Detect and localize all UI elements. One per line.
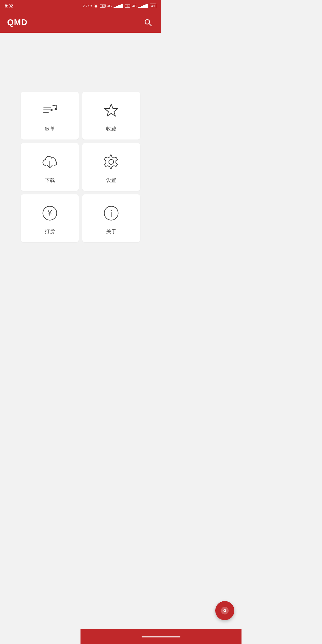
app-title: QMD xyxy=(7,18,27,27)
network-speed: 2.7K/s xyxy=(83,4,92,8)
playlist-label: 歌单 xyxy=(45,126,55,132)
search-button[interactable] xyxy=(142,16,154,28)
favorites-label: 收藏 xyxy=(106,126,116,132)
info-icon xyxy=(102,204,121,223)
app-bar: QMD xyxy=(0,12,161,33)
status-bar: 8:02 2.7K/s ⏰ HD 4G ▂▄▆█ HD 4G ▂▄▆█ 49 xyxy=(0,0,161,12)
grid-item-about[interactable]: 关于 xyxy=(82,194,140,242)
svg-text:¥: ¥ xyxy=(47,209,52,217)
download-label: 下载 xyxy=(45,177,55,184)
status-time: 8:02 xyxy=(5,4,13,8)
grid-item-favorites[interactable]: 收藏 xyxy=(82,92,140,140)
search-icon xyxy=(144,18,152,27)
about-label: 关于 xyxy=(106,228,116,235)
svg-marker-7 xyxy=(105,104,118,116)
main-content: 歌单 收藏 下载 xyxy=(0,33,161,289)
signal-4g-2: 4G xyxy=(132,4,137,8)
grid-item-tip[interactable]: ¥ 打赏 xyxy=(21,194,79,242)
hd-badge-1: HD xyxy=(100,4,106,8)
svg-point-5 xyxy=(50,109,52,111)
alarm-icon: ⏰ xyxy=(94,4,98,8)
signal-bars-1: ▂▄▆█ xyxy=(114,4,123,8)
grid-item-download[interactable]: 下载 xyxy=(21,143,79,191)
music-list-icon xyxy=(40,101,59,120)
svg-point-14 xyxy=(111,210,112,211)
signal-bars-2: ▂▄▆█ xyxy=(138,4,148,8)
settings-label: 设置 xyxy=(106,177,116,184)
svg-point-9 xyxy=(109,159,114,164)
grid-item-settings[interactable]: 设置 xyxy=(82,143,140,191)
gear-icon xyxy=(102,152,121,171)
cloud-download-icon xyxy=(40,152,59,171)
menu-grid: 歌单 收藏 下载 xyxy=(21,92,140,242)
battery-indicator: 49 xyxy=(150,4,156,8)
grid-item-playlist[interactable]: 歌单 xyxy=(21,92,79,140)
hd-badge-2: HD xyxy=(125,4,130,8)
signal-4g-1: 4G xyxy=(107,4,112,8)
svg-line-1 xyxy=(149,24,151,26)
star-icon xyxy=(102,101,121,120)
svg-point-6 xyxy=(55,108,57,110)
status-right-icons: 2.7K/s ⏰ HD 4G ▂▄▆█ HD 4G ▂▄▆█ 49 xyxy=(83,4,156,8)
tip-label: 打赏 xyxy=(45,228,55,235)
yen-icon: ¥ xyxy=(40,204,59,223)
